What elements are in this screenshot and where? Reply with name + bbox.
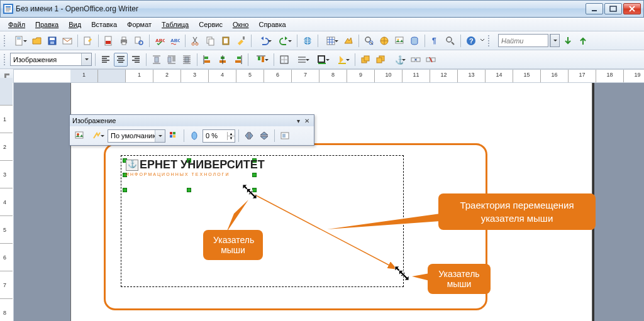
filter-button[interactable] [72, 129, 86, 143]
toolbar-overflow[interactable] [479, 34, 486, 48]
top-align-button[interactable] [252, 53, 270, 67]
style-select[interactable]: Изображения [10, 53, 92, 66]
menu-help[interactable]: Справка [254, 19, 290, 30]
color-button[interactable] [167, 129, 180, 143]
svg-rect-49 [204, 60, 210, 63]
svg-rect-66 [416, 58, 420, 62]
navigator-button[interactable] [377, 34, 391, 48]
wrap-through-button[interactable] [180, 53, 194, 67]
gallery-button[interactable] [392, 34, 406, 48]
horizontal-ruler[interactable]: 112345678910111213141516171819 [14, 69, 644, 82]
svg-rect-67 [426, 58, 430, 62]
image-toolbar: Изображение ▾ ✕ По умолчанию 0 %▲▼ [69, 114, 314, 146]
selected-image[interactable]: ЕРНЕТ УНИВЕРСИТЕТ ИНФОРМАЦИОННЫХ ТЕХНОЛО… [126, 158, 265, 177]
bring-front-button[interactable] [358, 53, 372, 67]
graphics-mode-button[interactable] [87, 129, 106, 143]
svg-rect-73 [170, 135, 172, 138]
wrap-page-button[interactable] [165, 53, 179, 67]
border-style-button[interactable] [292, 53, 311, 67]
svg-rect-48 [204, 57, 208, 59]
flip-v-button[interactable] [257, 129, 271, 143]
format-paintbrush-button[interactable] [234, 34, 248, 48]
hyperlink-button[interactable] [301, 34, 314, 48]
center-horz-button[interactable] [216, 53, 230, 67]
toolbar-handle-2[interactable] [488, 34, 492, 48]
svg-rect-13 [50, 41, 54, 44]
transparency-input[interactable]: 0 %▲▼ [203, 129, 235, 143]
print-preview-button[interactable] [132, 34, 146, 48]
svg-rect-28 [209, 39, 214, 45]
left-align-obj-button[interactable] [201, 53, 214, 67]
export-pdf-button[interactable] [102, 34, 116, 48]
toolbar-close-icon[interactable]: ✕ [303, 116, 311, 125]
frame-properties-button[interactable] [278, 129, 292, 143]
menu-format[interactable]: Формат [123, 19, 156, 30]
right-align-obj-button[interactable] [231, 53, 245, 67]
border-color-button[interactable] [313, 53, 331, 67]
toolbar-pin-icon[interactable]: ▾ [294, 116, 303, 125]
find-input[interactable] [498, 34, 548, 47]
image-mode-select[interactable]: По умолчанию [108, 129, 165, 143]
find-replace-button[interactable] [362, 34, 376, 48]
toolbar-handle[interactable] [4, 34, 8, 48]
link-frames-button[interactable] [409, 53, 423, 67]
wrap-off-button[interactable] [150, 53, 164, 67]
svg-rect-55 [262, 57, 264, 62]
menu-window[interactable]: Окно [228, 19, 253, 30]
flip-h-button[interactable] [242, 129, 256, 143]
paste-button[interactable] [219, 34, 233, 48]
menu-insert[interactable]: Вставка [87, 19, 121, 30]
menu-bar: Файл Правка Вид Вставка Формат Таблица С… [0, 18, 644, 31]
window-title: Без имени 1 - OpenOffice.org Writer [16, 4, 586, 13]
menu-view[interactable]: Вид [64, 19, 86, 30]
nonprinting-chars-button[interactable]: ¶ [428, 34, 442, 48]
menu-edit[interactable]: Правка [31, 19, 63, 30]
align-right-button[interactable] [129, 53, 143, 67]
copy-button[interactable] [204, 34, 218, 48]
menu-tools[interactable]: Сервис [194, 19, 227, 30]
close-button[interactable] [623, 3, 641, 14]
save-button[interactable] [45, 34, 59, 48]
borders-button[interactable] [277, 53, 291, 67]
help-button[interactable]: ? [464, 34, 478, 48]
show-draw-button[interactable] [341, 34, 355, 48]
auto-spellcheck-button[interactable]: ABC [168, 34, 182, 48]
svg-rect-20 [122, 42, 126, 45]
svg-rect-65 [411, 58, 415, 62]
bg-color-button[interactable] [333, 53, 352, 67]
find-dropdown[interactable] [550, 34, 560, 47]
undo-button[interactable] [255, 34, 274, 48]
anchor-button[interactable]: ⚓ [389, 53, 408, 67]
svg-rect-68 [431, 58, 435, 62]
menu-file[interactable]: Файл [4, 19, 30, 30]
email-button[interactable] [60, 34, 74, 48]
cut-button[interactable] [189, 34, 203, 48]
new-doc-button[interactable] [10, 34, 29, 48]
svg-rect-58 [318, 63, 326, 64]
logo-text-1: ЕРНЕТ УНИВЕРСИТЕТ [140, 158, 265, 171]
edit-doc-button[interactable] [81, 34, 95, 48]
callout-trajectory: Траектория перемещения указателя мыши [438, 193, 596, 230]
spellcheck-button[interactable]: ABC [153, 34, 167, 48]
align-center-button[interactable] [114, 53, 128, 67]
resize-cursor-icon-2 [392, 264, 411, 283]
vertical-ruler[interactable]: 12345678 [0, 83, 14, 321]
formatting-toolbar: Изображения ⚓ [0, 50, 644, 69]
unlink-frames-button[interactable] [424, 53, 438, 67]
open-button[interactable] [30, 34, 44, 48]
redo-button[interactable] [275, 34, 294, 48]
minimize-button[interactable] [586, 3, 603, 14]
send-back-button[interactable] [374, 53, 387, 67]
find-next-button[interactable] [561, 34, 575, 48]
toolbar-handle-3[interactable] [4, 53, 8, 67]
maximize-button[interactable] [604, 3, 622, 14]
menu-table[interactable]: Таблица [157, 19, 193, 30]
find-prev-button[interactable] [576, 34, 590, 48]
print-button[interactable] [117, 34, 131, 48]
align-left-button[interactable] [99, 53, 113, 67]
zoom-button[interactable] [443, 34, 457, 48]
app-icon [3, 4, 13, 14]
svg-rect-9 [17, 38, 21, 38]
data-sources-button[interactable] [408, 34, 421, 48]
table-button[interactable] [321, 34, 340, 48]
